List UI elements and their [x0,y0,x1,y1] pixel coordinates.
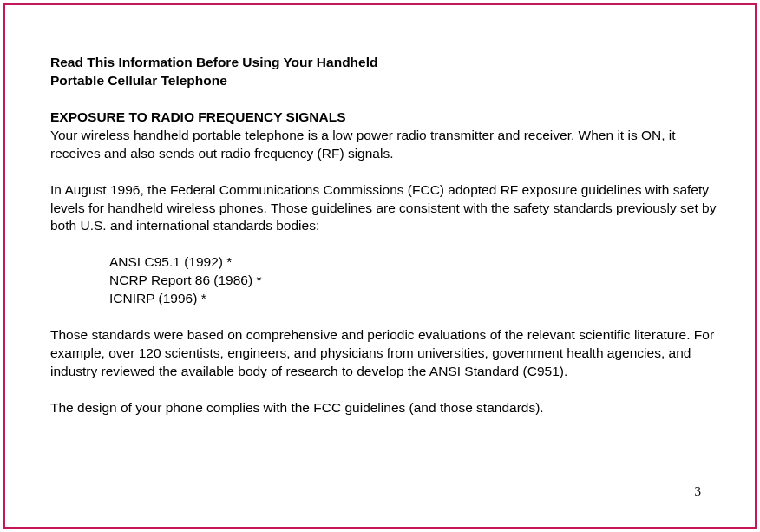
paragraph-1: Your wireless handheld portable telephon… [50,127,717,163]
paragraph-2: In August 1996, the Federal Communicatio… [50,181,717,236]
section-heading: EXPOSURE TO RADIO FREQUENCY SIGNALS [50,108,717,127]
paragraph-4: The design of your phone complies with t… [50,399,717,417]
standards-list: ANSI C95.1 (1992) * NCRP Report 86 (1986… [109,253,717,308]
standard-item: ANSI C95.1 (1992) * [109,253,717,272]
page-number: 3 [695,484,702,499]
title-line-2: Portable Cellular Telephone [50,72,717,90]
paragraph-3: Those standards were based on comprehens… [50,326,717,381]
title-line-1: Read This Information Before Using Your … [50,54,717,72]
standard-item: NCRP Report 86 (1986) * [109,272,717,290]
standard-item: ICNIRP (1996) * [109,290,717,308]
document-content: Read This Information Before Using Your … [50,54,717,417]
